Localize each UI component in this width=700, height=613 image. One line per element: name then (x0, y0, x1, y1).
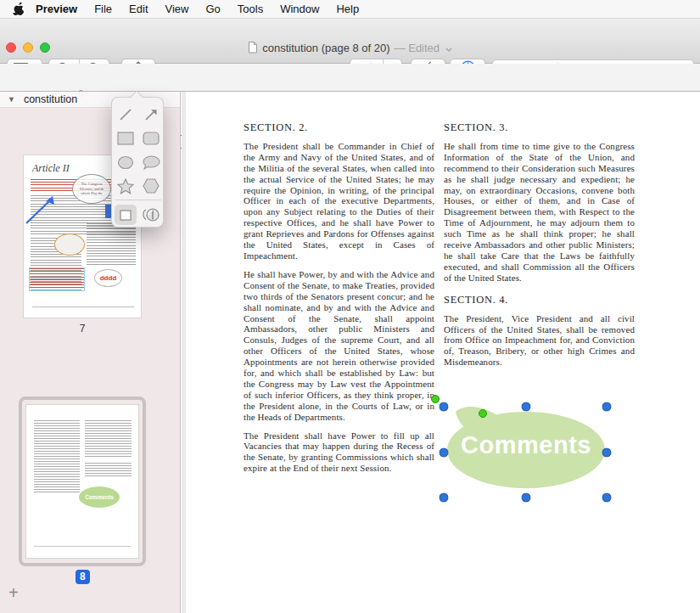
section-paragraph: He shall from time to time give to the C… (444, 141, 635, 284)
chevron-down-icon (445, 48, 452, 52)
loupe-shape-icon (143, 207, 160, 222)
thumb7-circle-annotation: The Congress Electors, and th which Day … (72, 174, 111, 204)
section-paragraph: The President shall be Commander in Chie… (244, 141, 434, 262)
resize-handle-left[interactable] (440, 448, 449, 458)
title-toolbar: constitution (page 8 of 20) — Edited (0, 19, 700, 64)
page-8-badge: 8 (76, 570, 90, 584)
thumb7-article-heading: Article II (32, 162, 70, 175)
hexagon-shape-icon (143, 178, 160, 194)
menu-item-preview[interactable]: Preview (27, 0, 86, 19)
thumb7-text-block (87, 223, 136, 266)
popup-divider (115, 200, 161, 200)
shape-option-star[interactable] (115, 176, 137, 196)
resize-handle-top-right[interactable] (602, 402, 612, 412)
shape-option-oval[interactable] (115, 152, 137, 172)
menu-bar: Preview File Edit View Go Tools Window H… (0, 0, 700, 19)
tail-control-handle[interactable] (479, 409, 487, 418)
apple-menu-icon[interactable] (8, 3, 27, 15)
rounded-rectangle-shape-icon (143, 132, 160, 145)
thumb7-dddd-bubble: dddd (94, 269, 122, 287)
shape-option-line[interactable] (115, 104, 137, 125)
shapes-popup-menu (111, 97, 164, 228)
shape-option-rectangle[interactable] (115, 128, 137, 149)
thumb8-comments-bubble: Comments (79, 486, 120, 508)
resize-handle-top[interactable] (522, 402, 531, 412)
sidebar-document-title: constitution (24, 93, 77, 105)
thumb7-speech-bubble-annotation (54, 233, 85, 256)
menu-item-tools[interactable]: Tools (229, 0, 272, 19)
thumb7-footer-line (32, 306, 134, 307)
comments-annotation[interactable]: Comments (428, 389, 624, 512)
shape-option-arrow[interactable] (140, 104, 162, 125)
thumb7-box-annotation (29, 267, 85, 291)
shape-option-rounded-rectangle[interactable] (140, 128, 162, 149)
add-page-button[interactable]: + (8, 584, 19, 601)
thumb7-arrow-annotation (24, 193, 58, 227)
thumb8-right-column-2 (85, 463, 132, 478)
star-shape-icon (117, 178, 134, 194)
shape-option-hexagon[interactable] (140, 176, 162, 196)
rectangle-shape-icon (117, 132, 134, 145)
title-row: constitution (page 8 of 20) — Edited (0, 40, 700, 55)
section-heading: SECTION. 3. (444, 122, 635, 133)
tail-control-handle-outer[interactable] (431, 395, 440, 403)
window-title: constitution (page 8 of 20) (262, 42, 389, 54)
resize-handle-bottom[interactable] (522, 493, 531, 503)
thumbnail-page-8[interactable]: Comments (25, 404, 139, 559)
comments-annotation-label[interactable]: Comments (428, 431, 624, 459)
preview-window: Preview File Edit View Go Tools Window H… (0, 0, 700, 613)
section-paragraph: The President shall have Power to fill u… (244, 430, 434, 475)
section-heading: SECTION. 2. (244, 122, 434, 133)
menu-item-go[interactable]: Go (197, 0, 228, 19)
line-shape-icon (118, 107, 133, 122)
shape-option-speech-bubble[interactable] (140, 152, 162, 172)
thumb8-footer-line (34, 546, 131, 547)
document-left-column: SECTION. 2. The President shall be Comma… (244, 122, 434, 481)
thumb8-left-column (34, 420, 80, 493)
menu-item-view[interactable]: View (157, 0, 198, 19)
resize-handle-bottom-left[interactable] (440, 493, 449, 503)
menu-item-help[interactable]: Help (328, 0, 367, 19)
mask-shape-icon (120, 210, 132, 221)
shape-option-mask[interactable] (115, 205, 137, 225)
menu-item-edit[interactable]: Edit (120, 0, 156, 19)
resize-handle-top-left[interactable] (440, 402, 449, 412)
resize-handle-right[interactable] (602, 448, 612, 458)
menu-item-window[interactable]: Window (272, 0, 328, 19)
thumb8-right-column (85, 420, 132, 458)
menu-item-file[interactable]: File (86, 0, 120, 19)
section-paragraph: The President, Vice President and all ci… (444, 313, 635, 368)
edited-status[interactable]: — Edited (395, 42, 452, 54)
document-page: SECTION. 2. The President shall be Comma… (186, 92, 700, 613)
section-heading: SECTION. 4. (444, 295, 635, 306)
shape-option-loupe[interactable] (140, 205, 162, 225)
document-right-column: SECTION. 3. He shall from time to time g… (444, 122, 635, 375)
section-paragraph: He shall have Power, by and with the Adv… (244, 269, 434, 423)
resize-handle-bottom-right[interactable] (602, 493, 612, 503)
arrow-shape-icon (143, 107, 159, 122)
speech-bubble-shape-icon (143, 155, 160, 170)
page-7-label: 7 (23, 323, 142, 335)
document-icon (248, 42, 258, 53)
markup-toolbar: AaI T (0, 64, 700, 92)
disclosure-triangle-icon[interactable]: ▼ (8, 95, 15, 104)
oval-shape-icon (117, 155, 134, 170)
